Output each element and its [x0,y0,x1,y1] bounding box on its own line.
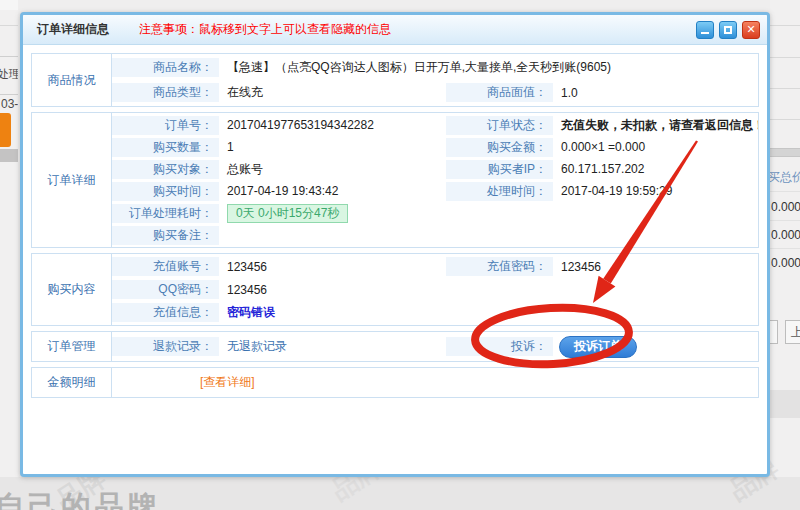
divider [0,25,18,26]
field-label: 购买备注： [112,226,219,245]
table-cell-value: 0.000 [771,200,800,214]
qq-password-value: 123456 [219,283,758,297]
field-label: QQ密码： [112,280,219,299]
row-times: 购买时间： 2017-04-19 19:43:42 处理时间： 2017-04-… [112,180,758,202]
complain-order-button[interactable]: 投诉订单 [559,336,637,358]
refund-record-link[interactable]: 无退款记录 [219,338,446,355]
background-text-clipped: 处理 [0,66,18,83]
section-label: 商品情况 [32,54,112,106]
divider [770,191,800,192]
column-header-total-price: 购买总价 [770,169,800,186]
field-label: 充值密码： [446,257,553,276]
section-amount-detail: 金额明细 [查看详细] [31,367,759,398]
quantity-value: 1 [219,140,446,154]
close-button[interactable]: ✕ [742,21,760,39]
section-label: 购买内容 [32,254,112,325]
table-header-band [770,148,800,157]
row-quantity: 购买数量： 1 购买金额： 0.000×1 =0.000 [112,136,758,158]
row-order-no: 订单号： 2017041977653194342282 订单状态： 充值失败，未… [112,114,758,136]
minimize-icon [701,32,709,34]
field-label: 商品类型： [112,83,219,102]
notice-text: 注意事项：鼠标移到文字上可以查看隐藏的信息 [139,21,391,38]
section-order-detail: 订单详细 订单号： 2017041977653194342282 订单状态： 充… [31,112,759,248]
process-time-value: 2017-04-19 19:59:29 [553,184,758,198]
section-label: 订单管理 [32,332,112,361]
product-face-value: 1.0 [553,86,758,100]
field-label: 购买对象： [112,160,219,179]
window-controls: ✕ [696,21,760,39]
dialog-titlebar: 订单详细信息 注意事项：鼠标移到文字上可以查看隐藏的信息 ✕ [23,15,767,45]
order-detail-dialog: 订单详细信息 注意事项：鼠标移到文字上可以查看隐藏的信息 ✕ 商品情况 商品名称… [20,12,770,477]
field-label: 充值信息： [112,303,219,322]
buy-time-value: 2017-04-19 19:43:42 [219,184,446,198]
brand-text-clipped: 自己的品牌 [0,487,160,510]
row-elapsed: 订单处理耗时： 0天 0小时15分47秒 [112,202,758,224]
elapsed-value: 0天 0小时15分47秒 [219,204,758,223]
row-refund-complaint: 退款记录： 无退款记录 投诉： 投诉订单 [112,333,758,360]
row-qq-password: QQ密码： 123456 [112,278,758,301]
dialog-title: 订单详细信息 [37,21,109,38]
field-label: 商品名称： [112,58,219,77]
amount-value: 0.000×1 =0.000 [553,140,758,154]
recharge-info-value: 密码错误 [219,304,758,321]
divider [770,119,800,120]
field-label: 退款记录： [112,337,219,356]
row-recharge-account: 充值账号： 123456 充值密码： 123456 [112,255,758,278]
field-label: 订单状态： [446,116,553,135]
divider [770,88,800,89]
elapsed-badge: 0天 0小时15分47秒 [227,204,348,223]
order-no-value: 2017041977653194342282 [219,118,446,132]
table-cell-value: 0.000 [771,228,800,242]
field-label: 订单处理耗时： [112,204,219,223]
field-label: 投诉： [446,337,553,356]
divider [0,56,18,57]
background-text-clipped: 03- [1,97,18,111]
field-label: 处理时间： [446,182,553,201]
background-band [0,0,18,10]
background-left-strip: 处理 03- [0,0,18,510]
background-right-strip: 购买总价 0.000 0.000 0.000 上 [770,0,800,510]
field-label: 订单号： [112,116,219,135]
table-cell-value: 0.000 [771,256,800,270]
section-label: 金额明细 [32,368,112,397]
target-value: 总账号 [219,161,446,178]
row-remark: 购买备注： [112,224,758,246]
recharge-password-value: 123456 [553,260,758,274]
row-target: 购买对象： 总账号 购买者IP： 60.171.157.202 [112,158,758,180]
view-detail-link[interactable]: [查看详细] [112,374,255,391]
row-product-name: 商品名称： 【急速】（点亮QQ咨询达人图标）日开万单,大量接单,全天秒到账(96… [112,55,758,80]
maximize-icon [724,26,732,34]
divider [770,248,800,249]
field-label: 购买数量： [112,138,219,157]
background-band [770,390,800,418]
field-label: 商品面值： [446,83,553,102]
section-purchase-content: 购买内容 充值账号： 123456 充值密码： 123456 QQ密码： 123… [31,253,759,326]
field-label: 充值账号： [112,257,219,276]
complaint-cell: 投诉订单 [553,336,758,358]
product-name-value: 【急速】（点亮QQ咨询达人图标）日开万单,大量接单,全天秒到账(9605) [219,59,758,76]
divider [770,25,800,26]
row-amount-detail: [查看详细] [112,369,758,396]
row-recharge-info: 充值信息： 密码错误 [112,301,758,324]
row-product-type: 商品类型： 在线充 商品面值： 1.0 [112,80,758,105]
divider [0,94,18,95]
divider [770,57,800,58]
field-label: 购买时间： [112,182,219,201]
maximize-button[interactable] [719,21,737,39]
minimize-button[interactable] [696,21,714,39]
pager-button-prev[interactable]: 上 [785,320,800,344]
dialog-content: 商品情况 商品名称： 【急速】（点亮QQ咨询达人图标）日开万单,大量接单,全天秒… [23,45,767,398]
order-status-value: 充值失败，未扣款，请查看返回信息！ [553,117,758,134]
field-label: 购买金额： [446,138,553,157]
divider [770,220,800,221]
pager-button-clipped[interactable] [770,320,778,344]
section-order-manage: 订单管理 退款记录： 无退款记录 投诉： 投诉订单 [31,331,759,362]
recharge-account-value: 123456 [219,260,446,274]
product-type-value: 在线充 [219,84,446,101]
background-band [0,149,18,162]
field-label: 购买者IP： [446,160,553,179]
clipped-orange-button[interactable] [0,113,11,147]
section-label: 订单详细 [32,113,112,247]
section-product-info: 商品情况 商品名称： 【急速】（点亮QQ咨询达人图标）日开万单,大量接单,全天秒… [31,53,759,107]
buyer-ip-value: 60.171.157.202 [553,162,758,176]
